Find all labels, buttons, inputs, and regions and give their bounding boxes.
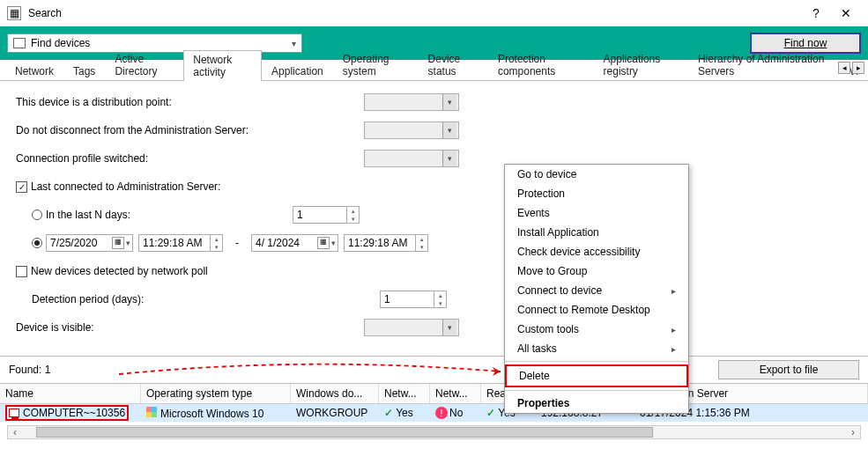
menu-protection[interactable]: Protection bbox=[505, 184, 688, 203]
window-title: Search bbox=[28, 7, 62, 19]
submenu-arrow-icon: ▸ bbox=[671, 344, 676, 354]
combo-distribution-point[interactable]: ▾ bbox=[364, 93, 459, 111]
found-count: Found: 1 bbox=[9, 364, 50, 376]
tab-active-directory[interactable]: Active Directory bbox=[105, 49, 183, 80]
results-grid: Name Operating system type Windows do...… bbox=[0, 384, 868, 422]
menu-check-accessibility[interactable]: Check device accessibility bbox=[505, 242, 688, 261]
range-dash: - bbox=[223, 237, 251, 249]
col-os[interactable]: Operating system type bbox=[141, 384, 291, 403]
app-icon: ▦ bbox=[7, 6, 21, 20]
col-name[interactable]: Name bbox=[0, 384, 141, 403]
menu-delete[interactable]: Delete bbox=[505, 364, 688, 387]
label-device-visible: Device is visible: bbox=[16, 321, 364, 334]
cell-domain: WORKGROUP bbox=[291, 407, 379, 419]
tab-applications-registry[interactable]: Applications registry bbox=[594, 49, 688, 80]
input-n-days[interactable] bbox=[293, 207, 346, 223]
grid-header: Name Operating system type Windows do...… bbox=[0, 384, 868, 404]
col-net2[interactable]: Netw... bbox=[430, 384, 481, 403]
spinner-detection-period[interactable]: ▴▾ bbox=[380, 291, 447, 308]
date-from-input[interactable] bbox=[48, 237, 108, 249]
label-new-devices: New devices detected by network poll bbox=[31, 265, 208, 277]
label-detection-period: Detection period (days): bbox=[32, 293, 380, 305]
time-to[interactable]: ▴▾ bbox=[344, 234, 428, 252]
menu-move-to-group[interactable]: Move to Group bbox=[505, 261, 688, 281]
combo-no-disconnect[interactable]: ▾ bbox=[364, 121, 459, 139]
filter-form: This device is a distribution point: ▾ D… bbox=[0, 81, 868, 349]
tab-hierarchy[interactable]: Hierarchy of Administration Servers bbox=[688, 49, 840, 80]
chevron-down-icon: ▾ bbox=[292, 39, 296, 48]
tab-bar: Network Tags Active Directory Network ac… bbox=[0, 60, 868, 81]
table-row[interactable]: COMPUTER~~10356 Microsoft Windows 10 WOR… bbox=[0, 404, 868, 422]
tab-scroll-right[interactable]: ▸ bbox=[852, 62, 864, 74]
title-bar: ▦ Search ? ✕ bbox=[0, 0, 868, 26]
results-header: Found: 1 Export to file bbox=[0, 356, 868, 384]
menu-install-application[interactable]: Install Application bbox=[505, 223, 688, 242]
spinner-n-days[interactable]: ▴▾ bbox=[293, 206, 360, 224]
menu-properties[interactable]: Properties bbox=[505, 394, 688, 413]
combo-conn-profile[interactable]: ▾ bbox=[364, 150, 459, 167]
submenu-arrow-icon: ▸ bbox=[671, 286, 676, 296]
horizontal-scrollbar[interactable]: ‹ › bbox=[7, 425, 861, 439]
calendar-icon[interactable]: ▦ bbox=[317, 237, 330, 249]
time-from-input[interactable] bbox=[139, 235, 210, 251]
search-mode-label: Find devices bbox=[31, 37, 90, 49]
tab-protection-components[interactable]: Protection components bbox=[488, 49, 594, 80]
label-conn-profile: Connection profile switched: bbox=[16, 152, 364, 165]
calendar-icon[interactable]: ▦ bbox=[112, 237, 124, 249]
tab-network[interactable]: Network bbox=[5, 62, 63, 80]
combo-device-visible[interactable]: ▾ bbox=[364, 319, 459, 336]
col-net1[interactable]: Netw... bbox=[379, 384, 430, 403]
tab-scroll-nav: ◂ ▸ bbox=[838, 62, 864, 74]
checkbox-last-connected[interactable] bbox=[16, 181, 27, 193]
date-to[interactable]: ▦▾ bbox=[251, 234, 338, 252]
checkbox-new-devices[interactable] bbox=[16, 266, 27, 277]
time-to-input[interactable] bbox=[345, 235, 415, 251]
menu-connect-to-device[interactable]: Connect to device▸ bbox=[505, 281, 688, 300]
label-no-disconnect: Do not disconnect from the Administratio… bbox=[16, 124, 364, 136]
cell-os: Microsoft Windows 10 bbox=[160, 408, 263, 420]
cell-net1: Yes bbox=[396, 407, 413, 419]
menu-connect-remote-desktop[interactable]: Connect to Remote Desktop bbox=[505, 300, 688, 320]
menu-events[interactable]: Events bbox=[505, 203, 688, 223]
menu-custom-tools[interactable]: Custom tools▸ bbox=[505, 320, 688, 339]
cell-net2: No bbox=[449, 407, 463, 419]
scroll-left-button[interactable]: ‹ bbox=[8, 426, 22, 438]
radio-date-range[interactable] bbox=[32, 238, 42, 248]
input-detection-period[interactable] bbox=[381, 291, 434, 307]
computer-icon bbox=[9, 408, 19, 417]
scroll-right-button[interactable]: › bbox=[846, 426, 860, 438]
tab-application[interactable]: Application bbox=[262, 62, 333, 80]
export-button[interactable]: Export to file bbox=[718, 360, 859, 379]
close-button[interactable]: ✕ bbox=[831, 6, 861, 20]
scroll-thumb[interactable] bbox=[36, 427, 653, 438]
context-menu: Go to device Protection Events Install A… bbox=[504, 164, 689, 414]
tab-scroll-left[interactable]: ◂ bbox=[838, 62, 850, 74]
col-domain[interactable]: Windows do... bbox=[291, 384, 379, 403]
tab-device-status[interactable]: Device status bbox=[419, 49, 488, 80]
tab-tags[interactable]: Tags bbox=[63, 62, 105, 80]
radio-in-last-n-days[interactable] bbox=[32, 210, 42, 220]
device-name-highlight: COMPUTER~~10356 bbox=[5, 405, 129, 421]
alert-icon: ! bbox=[435, 407, 448, 419]
cell-name: COMPUTER~~10356 bbox=[23, 407, 125, 419]
check-icon: ✓ bbox=[384, 407, 393, 419]
label-in-last-n-days: In the last N days: bbox=[46, 209, 293, 221]
menu-go-to-device[interactable]: Go to device bbox=[505, 165, 688, 184]
date-from[interactable]: ▦▾ bbox=[46, 234, 133, 252]
menu-all-tasks[interactable]: All tasks▸ bbox=[505, 339, 688, 358]
check-icon: ✓ bbox=[486, 407, 495, 419]
date-to-input[interactable] bbox=[254, 237, 314, 249]
submenu-arrow-icon: ▸ bbox=[671, 325, 676, 335]
tab-operating-system[interactable]: Operating system bbox=[333, 49, 419, 80]
tab-network-activity[interactable]: Network activity bbox=[183, 50, 262, 81]
label-last-connected: Last connected to Administration Server: bbox=[31, 180, 220, 193]
time-from[interactable]: ▴▾ bbox=[138, 234, 223, 252]
label-distribution-point: This device is a distribution point: bbox=[16, 96, 364, 108]
help-button[interactable]: ? bbox=[801, 6, 831, 20]
windows-icon bbox=[146, 407, 157, 417]
device-icon bbox=[13, 38, 26, 48]
